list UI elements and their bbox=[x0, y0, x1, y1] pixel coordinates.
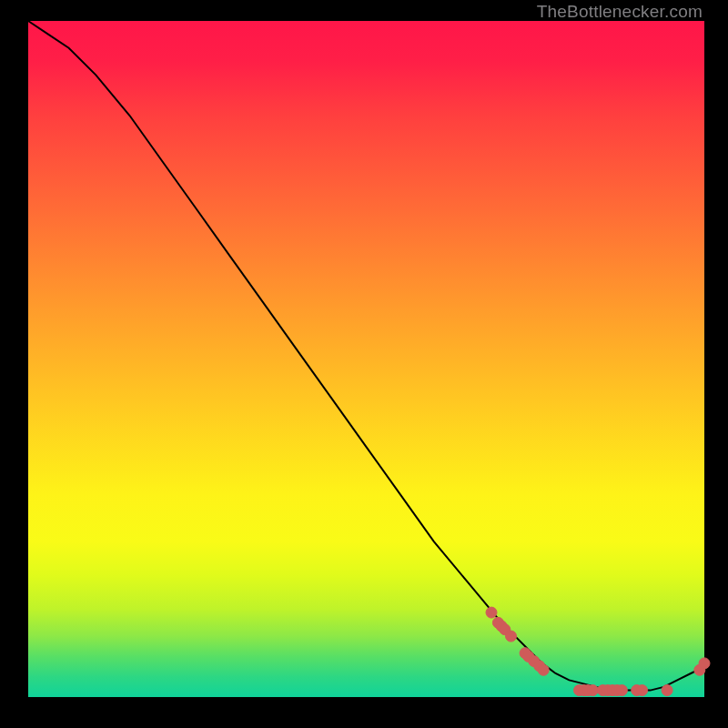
cluster-marker bbox=[538, 664, 549, 675]
marker-group bbox=[486, 607, 710, 696]
cluster-marker bbox=[616, 685, 627, 696]
bottleneck-curve bbox=[28, 21, 704, 691]
cluster-marker bbox=[662, 685, 672, 696]
cluster-marker bbox=[506, 631, 517, 642]
chart-stage: TheBottlenecker.com bbox=[0, 0, 728, 728]
credit-label: TheBottlenecker.com bbox=[537, 2, 703, 22]
cluster-marker bbox=[699, 658, 710, 669]
chart-svg bbox=[28, 21, 704, 697]
cluster-marker bbox=[486, 607, 497, 618]
cluster-marker bbox=[587, 685, 598, 696]
cluster-marker bbox=[637, 685, 648, 696]
plot-area bbox=[28, 21, 704, 697]
